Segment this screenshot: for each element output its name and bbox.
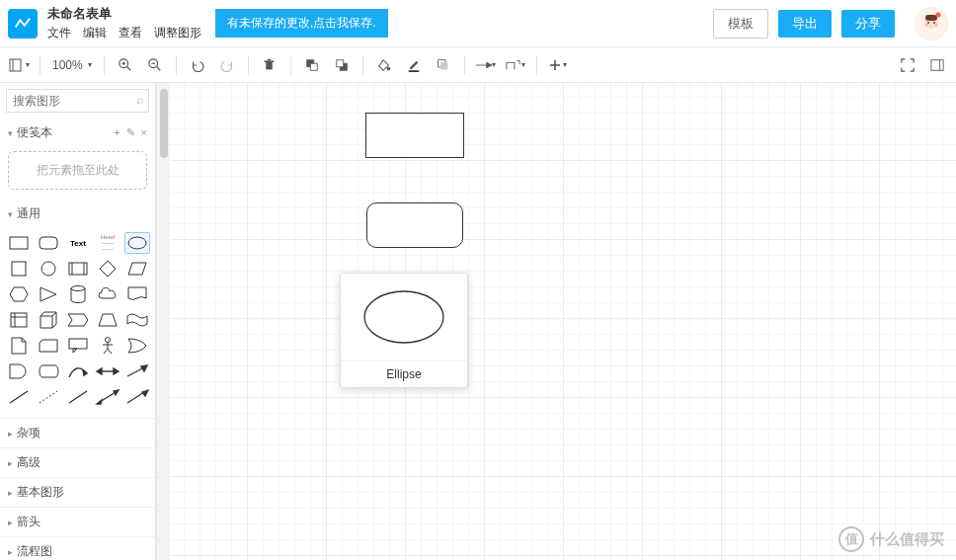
shape-cylinder[interactable] [65, 283, 91, 305]
scratchpad-edit-icon[interactable]: ✎ [126, 126, 135, 139]
shape-circle[interactable] [36, 258, 61, 280]
shape-rect[interactable] [6, 232, 32, 254]
format-panel-icon[interactable] [924, 52, 950, 78]
scratchpad-close-icon[interactable]: × [141, 126, 147, 139]
shape-trapezoid[interactable] [95, 309, 120, 331]
section-general[interactable]: ▾通用 [0, 200, 155, 228]
zoom-value: 100% [52, 58, 83, 72]
svg-marker-74 [114, 390, 119, 395]
shape-curve[interactable] [65, 360, 91, 382]
shape-document[interactable] [124, 283, 150, 305]
shape-cloud[interactable] [95, 283, 120, 305]
shape-line[interactable] [6, 386, 32, 408]
avatar[interactable] [915, 7, 948, 40]
shape-tape[interactable] [124, 309, 150, 331]
shape-actor[interactable] [95, 335, 120, 357]
page-layout-icon[interactable]: ▾ [6, 52, 32, 78]
scratchpad-add-icon[interactable]: + [114, 126, 120, 139]
zoom-control[interactable]: 100%▾ [48, 58, 96, 72]
shadow-icon[interactable] [431, 52, 456, 78]
undo-icon[interactable] [185, 52, 210, 78]
shape-dashline[interactable] [36, 386, 61, 408]
svg-marker-63 [83, 370, 87, 375]
svg-rect-26 [440, 62, 447, 69]
shape-datastore[interactable] [36, 360, 61, 382]
share-button[interactable]: 分享 [841, 10, 895, 38]
shape-roundrect[interactable] [36, 232, 61, 254]
shape-step[interactable] [65, 309, 91, 331]
shape-callout[interactable] [65, 335, 91, 357]
menu-edit[interactable]: 编辑 [83, 25, 107, 41]
search-input[interactable] [6, 89, 149, 113]
svg-marker-73 [97, 400, 102, 404]
sidebar: ⌕ ▾便笺本 + ✎ × 把元素拖至此处 ▾通用 Text Head———— [0, 83, 156, 560]
to-back-icon[interactable] [329, 52, 355, 78]
svg-point-37 [41, 262, 55, 276]
section-advanced[interactable]: ▸高级 [0, 448, 155, 478]
section-scratchpad[interactable]: ▾便笺本 + ✎ × [0, 119, 155, 147]
shape-and[interactable] [6, 360, 32, 382]
svg-line-14 [156, 66, 160, 70]
shape-process[interactable] [65, 258, 91, 280]
shape-square[interactable] [6, 258, 32, 280]
shape-diamond[interactable] [95, 258, 120, 280]
shape-tooltip: Ellipse [340, 273, 468, 388]
export-button[interactable]: 导出 [778, 10, 832, 38]
section-basic[interactable]: ▸基本图形 [0, 478, 155, 508]
watermark-badge: 值 [838, 526, 864, 552]
scratchpad-dropzone[interactable]: 把元素拖至此处 [8, 151, 147, 190]
shape-bidir[interactable] [95, 386, 120, 408]
section-flowchart[interactable]: ▸流程图 [0, 537, 155, 560]
shape-note[interactable] [6, 335, 32, 357]
menu-file[interactable]: 文件 [47, 25, 71, 41]
shape-triangle[interactable] [36, 283, 61, 305]
shape-or[interactable] [124, 335, 150, 357]
to-front-icon[interactable] [299, 52, 325, 78]
sidebar-scrollbar[interactable] [156, 83, 170, 560]
add-icon[interactable]: ▾ [545, 52, 571, 78]
fullscreen-icon[interactable] [895, 52, 920, 78]
save-banner[interactable]: 有未保存的更改,点击我保存. [215, 9, 388, 38]
tooltip-label: Ellipse [341, 360, 467, 387]
svg-marker-55 [40, 340, 57, 352]
shape-card[interactable] [36, 335, 61, 357]
canvas[interactable]: ↻ [170, 83, 956, 560]
shape-hexagon[interactable] [6, 283, 32, 305]
shape-line3[interactable] [65, 386, 91, 408]
document-title[interactable]: 未命名表单 [47, 5, 201, 25]
svg-marker-42 [128, 263, 146, 275]
zoom-out-icon[interactable] [142, 52, 168, 78]
fill-color-icon[interactable] [371, 52, 397, 78]
template-button[interactable]: 模板 [713, 9, 768, 39]
shape-biarrow[interactable] [95, 360, 120, 382]
app-logo[interactable] [8, 9, 38, 39]
redo-icon[interactable] [214, 52, 240, 78]
menu-view[interactable]: 查看 [119, 25, 142, 41]
svg-marker-54 [99, 314, 117, 326]
svg-line-70 [40, 391, 57, 403]
section-misc[interactable]: ▸杂项 [0, 419, 155, 448]
svg-marker-57 [73, 349, 77, 353]
svg-rect-36 [12, 262, 26, 276]
shape-arrow[interactable] [124, 360, 150, 382]
connection-icon[interactable]: ▾ [473, 52, 499, 78]
shape-dirarrow[interactable] [124, 386, 150, 408]
watermark: 值 什么值得买 [838, 526, 944, 552]
shape-internal-storage[interactable] [6, 309, 32, 331]
canvas-shape-roundrect[interactable] [366, 202, 463, 248]
shape-heading[interactable]: Head———— [95, 232, 120, 254]
shape-parallelogram[interactable] [124, 258, 150, 280]
search-icon[interactable]: ⌕ [136, 93, 143, 107]
menu-adjust[interactable]: 调整图形 [154, 25, 201, 41]
line-color-icon[interactable] [401, 52, 427, 78]
shape-cube[interactable] [36, 309, 61, 331]
svg-marker-68 [141, 365, 147, 371]
delete-icon[interactable] [257, 52, 282, 78]
waypoint-icon[interactable]: ▾ [503, 52, 528, 78]
shape-ellipse[interactable] [124, 232, 150, 254]
canvas-shape-rect[interactable] [365, 113, 464, 158]
svg-rect-31 [931, 59, 943, 70]
zoom-in-icon[interactable] [113, 52, 138, 78]
shape-text[interactable]: Text [65, 232, 91, 254]
section-arrows[interactable]: ▸箭头 [0, 508, 155, 537]
